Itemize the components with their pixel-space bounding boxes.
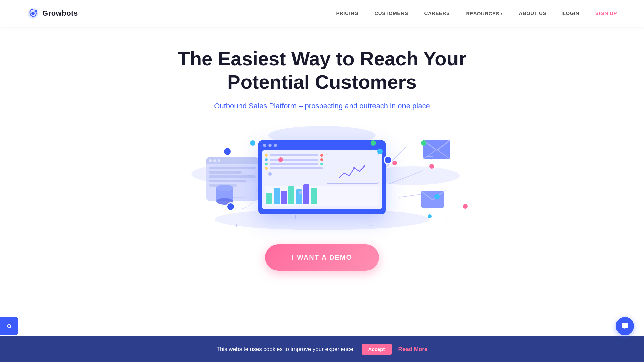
bar-item bbox=[288, 186, 294, 204]
bar-item bbox=[303, 184, 309, 204]
envelope-icon-large bbox=[423, 137, 450, 160]
svg-point-2 bbox=[35, 10, 37, 12]
bar-item bbox=[274, 188, 280, 204]
hero-title: The Easiest Way to Reach Your Potential … bbox=[171, 47, 473, 94]
list-dot-blue bbox=[265, 158, 268, 161]
list-dot-yellow-2 bbox=[265, 167, 268, 170]
list-dot-green-2 bbox=[320, 163, 323, 165]
list-dot-red bbox=[320, 154, 323, 157]
nav-link-resources[interactable]: RESOURCES ▾ bbox=[466, 11, 502, 16]
nav-item-signup[interactable]: SIGN UP bbox=[595, 10, 617, 16]
nav-item-pricing[interactable]: PRICING bbox=[336, 10, 358, 16]
svg-text:+: + bbox=[369, 222, 373, 229]
bar-item bbox=[281, 191, 287, 204]
chat-button[interactable] bbox=[616, 317, 634, 335]
node-pink-4 bbox=[463, 204, 468, 209]
svg-line-12 bbox=[389, 171, 423, 184]
node-pink-2 bbox=[392, 161, 397, 165]
logo-text: Growbots bbox=[42, 9, 78, 18]
list-line-3 bbox=[270, 163, 318, 165]
email-button[interactable] bbox=[0, 317, 18, 335]
nav-link-about-us[interactable]: ABOUT US bbox=[519, 10, 546, 16]
user-icon-right bbox=[384, 156, 392, 164]
nav-link-customers[interactable]: CUSTOMERS bbox=[375, 10, 408, 16]
list-line-1 bbox=[270, 154, 318, 156]
node-pink-3 bbox=[429, 164, 434, 169]
svg-point-24 bbox=[216, 185, 233, 191]
at-sign-icon bbox=[5, 323, 13, 329]
cookie-accept-button[interactable]: Accept bbox=[362, 344, 392, 355]
svg-point-32 bbox=[363, 165, 365, 167]
svg-point-31 bbox=[353, 167, 355, 169]
list-row-2 bbox=[265, 158, 323, 161]
bar-item bbox=[311, 188, 317, 204]
list-line-4 bbox=[270, 167, 323, 169]
nav-link-pricing[interactable]: PRICING bbox=[336, 10, 358, 16]
dashboard-window bbox=[258, 140, 386, 214]
envelope-icon-small bbox=[421, 189, 444, 209]
demo-button[interactable]: I WANT A DEMO bbox=[265, 244, 379, 271]
cookie-message: This website uses cookies to improve you… bbox=[217, 346, 355, 353]
nav-link-login[interactable]: LOGIN bbox=[562, 10, 579, 16]
chat-icon bbox=[621, 322, 629, 330]
titlebar-dot-2 bbox=[268, 144, 272, 147]
dashboard-titlebar bbox=[258, 140, 386, 150]
list-row-4 bbox=[265, 167, 323, 170]
hero-illustration: + + + + + bbox=[171, 124, 473, 231]
user-icon-left bbox=[223, 147, 232, 156]
list-dot-red-2 bbox=[320, 158, 323, 161]
nav-links: PRICING CUSTOMERS CAREERS RESOURCES ▾ AB… bbox=[336, 10, 617, 16]
cookie-read-more-link[interactable]: Read More bbox=[398, 346, 428, 353]
growbots-logo-icon bbox=[27, 7, 39, 19]
navbar: Growbots PRICING CUSTOMERS CAREERS RESOU… bbox=[0, 0, 644, 27]
titlebar-dot-3 bbox=[274, 144, 277, 147]
nav-item-login[interactable]: LOGIN bbox=[562, 10, 579, 16]
list-row-1 bbox=[265, 154, 323, 157]
node-blue-1 bbox=[250, 140, 255, 146]
nav-item-resources[interactable]: RESOURCES ▾ bbox=[466, 11, 502, 16]
svg-text:+: + bbox=[235, 222, 239, 229]
nav-item-about-us[interactable]: ABOUT US bbox=[519, 10, 546, 16]
titlebar-dot-1 bbox=[263, 144, 266, 147]
bar-item bbox=[266, 193, 272, 204]
chevron-down-icon: ▾ bbox=[501, 12, 503, 15]
node-blue-4 bbox=[428, 214, 432, 218]
mini-chart-section bbox=[326, 154, 379, 184]
bar-chart-section bbox=[265, 186, 379, 206]
list-dot-green bbox=[265, 163, 268, 165]
list-line-2 bbox=[270, 159, 318, 161]
hero-section: The Easiest Way to Reach Your Potential … bbox=[0, 27, 644, 291]
list-dot-yellow bbox=[265, 154, 268, 157]
line-chart bbox=[337, 163, 368, 181]
svg-point-1 bbox=[31, 12, 35, 15]
user-icon-bottom-left bbox=[226, 202, 235, 211]
logo[interactable]: Growbots bbox=[27, 7, 78, 19]
nav-item-careers[interactable]: CAREERS bbox=[424, 10, 450, 16]
svg-text:+: + bbox=[446, 218, 450, 226]
nav-link-signup[interactable]: SIGN UP bbox=[595, 10, 617, 16]
list-row-3 bbox=[265, 163, 323, 165]
cookie-banner: This website uses cookies to improve you… bbox=[0, 336, 644, 362]
list-section bbox=[265, 154, 323, 184]
svg-text:+: + bbox=[293, 213, 298, 221]
nav-item-customers[interactable]: CUSTOMERS bbox=[375, 10, 408, 16]
nav-link-careers[interactable]: CAREERS bbox=[424, 10, 450, 16]
hero-subtitle: Outbound Sales Platform – prospecting an… bbox=[214, 102, 430, 110]
